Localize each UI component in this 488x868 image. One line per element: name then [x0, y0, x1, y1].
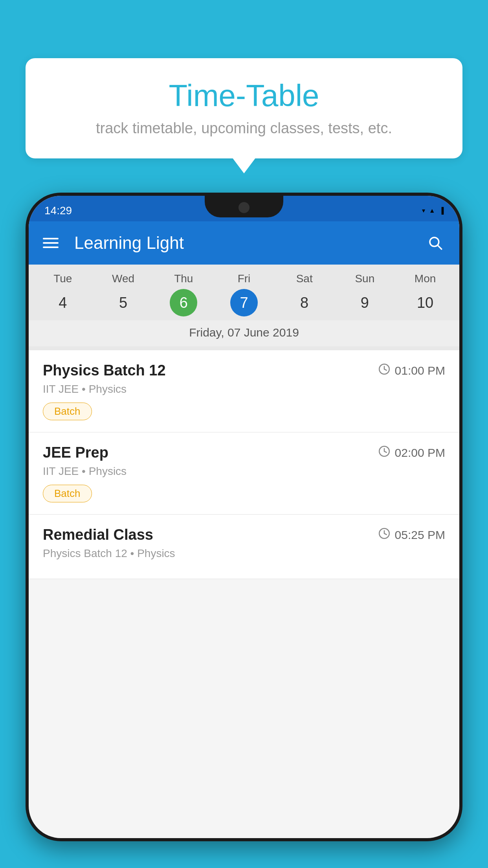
schedule-item-header: Physics Batch 1201:00 PM [43, 362, 445, 379]
day-name: Mon [415, 272, 436, 285]
phone-outer: 14:29 ▾ ▲ ▐ Learning Light [26, 193, 462, 841]
battery-icon: ▐ [439, 207, 444, 214]
time-text: 05:25 PM [395, 528, 445, 542]
phone-screen: 14:29 ▾ ▲ ▐ Learning Light [29, 196, 459, 838]
day-number: 9 [351, 289, 378, 316]
week-days-row: Tue4Wed5Thu6Fri7Sat8Sun9Mon10 [29, 272, 459, 316]
schedule-time: 02:00 PM [378, 445, 445, 461]
clock-icon [378, 527, 391, 543]
time-text: 02:00 PM [395, 446, 445, 460]
schedule-item[interactable]: Physics Batch 1201:00 PMIIT JEE • Physic… [29, 350, 459, 432]
phone-camera [238, 202, 250, 213]
day-number: 10 [411, 289, 439, 316]
day-number: 7 [230, 289, 258, 316]
day-name: Sun [355, 272, 374, 285]
hamburger-icon[interactable] [43, 238, 59, 248]
time-text: 01:00 PM [395, 364, 445, 377]
app-title: Learning Light [74, 233, 414, 253]
schedule-item-header: JEE Prep02:00 PM [43, 444, 445, 461]
schedule-item[interactable]: Remedial Class05:25 PMPhysics Batch 12 •… [29, 515, 459, 579]
clock-icon [378, 362, 391, 379]
calendar-day-sat[interactable]: Sat8 [279, 272, 330, 316]
calendar-day-wed[interactable]: Wed5 [98, 272, 149, 316]
schedule-title: JEE Prep [43, 444, 108, 461]
schedule-time: 05:25 PM [378, 527, 445, 543]
batch-badge: Batch [43, 485, 92, 502]
app-bar: Learning Light [29, 221, 459, 265]
day-name: Fri [238, 272, 251, 285]
calendar-day-fri[interactable]: Fri7 [218, 272, 270, 316]
tooltip-card: Time-Table track timetable, upcoming cla… [26, 58, 462, 158]
phone-notch [205, 196, 283, 217]
calendar-day-sun[interactable]: Sun9 [339, 272, 390, 316]
schedule-subtitle: Physics Batch 12 • Physics [43, 547, 445, 560]
schedule-time: 01:00 PM [378, 362, 445, 379]
schedule-subtitle: IIT JEE • Physics [43, 465, 445, 478]
schedule-list: Physics Batch 1201:00 PMIIT JEE • Physic… [29, 350, 459, 579]
status-icons: ▾ ▲ ▐ [422, 207, 444, 214]
day-number: 6 [170, 289, 197, 316]
day-name: Thu [174, 272, 193, 285]
day-name: Tue [53, 272, 72, 285]
tooltip-subtitle: track timetable, upcoming classes, tests… [41, 120, 447, 137]
batch-badge: Batch [43, 403, 92, 420]
calendar-day-tue[interactable]: Tue4 [37, 272, 88, 316]
phone-mockup: 14:29 ▾ ▲ ▐ Learning Light [26, 193, 462, 868]
schedule-item-header: Remedial Class05:25 PM [43, 526, 445, 543]
day-name: Sat [296, 272, 313, 285]
wifi-icon: ▾ [422, 207, 425, 214]
search-button[interactable] [426, 233, 445, 253]
calendar-strip: Tue4Wed5Thu6Fri7Sat8Sun9Mon10 Friday, 07… [29, 265, 459, 350]
signal-icon: ▲ [429, 207, 435, 214]
day-number: 4 [49, 289, 77, 316]
day-name: Wed [112, 272, 134, 285]
clock-icon [378, 445, 391, 461]
tooltip-title: Time-Table [41, 78, 447, 114]
svg-line-1 [438, 245, 442, 249]
calendar-day-thu[interactable]: Thu6 [158, 272, 209, 316]
schedule-item[interactable]: JEE Prep02:00 PMIIT JEE • PhysicsBatch [29, 432, 459, 515]
status-time: 14:29 [44, 204, 72, 217]
day-number: 8 [291, 289, 318, 316]
selected-date-label: Friday, 07 June 2019 [29, 320, 459, 346]
day-number: 5 [110, 289, 137, 316]
schedule-subtitle: IIT JEE • Physics [43, 383, 445, 395]
calendar-day-mon[interactable]: Mon10 [400, 272, 451, 316]
schedule-title: Remedial Class [43, 526, 153, 543]
schedule-title: Physics Batch 12 [43, 362, 166, 379]
